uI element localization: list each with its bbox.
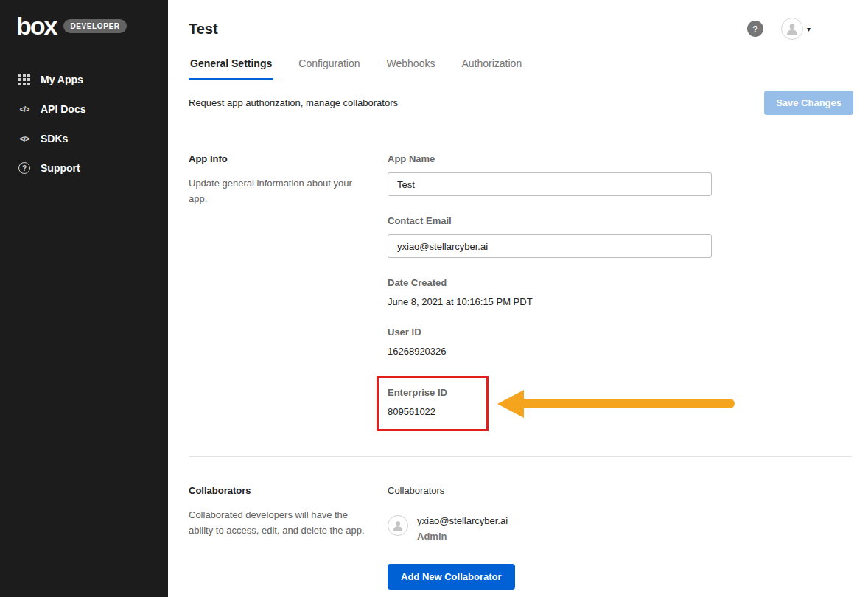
logo-row: box DEVELOPER <box>0 0 168 46</box>
sidebar-item-label: My Apps <box>41 74 83 85</box>
page-subtitle: Request app authorization, manage collab… <box>189 97 398 108</box>
enterprise-id-field-group: Enterprise ID 809561022 <box>377 376 489 431</box>
page-header: Test ? ▾ <box>168 0 868 52</box>
sidebar-item-label: Support <box>41 162 80 174</box>
collaborators-list-heading: Collaborators <box>388 485 712 496</box>
tab-general-settings[interactable]: General Settings <box>189 52 273 80</box>
save-changes-button[interactable]: Save Changes <box>764 91 853 115</box>
app-name-input[interactable] <box>388 172 712 196</box>
enterprise-id-value: 809561022 <box>388 406 476 417</box>
tab-authorization[interactable]: Authorization <box>460 52 523 80</box>
help-icon[interactable]: ? <box>747 21 763 37</box>
sidebar-item-api-docs[interactable]: </> API Docs <box>0 94 168 124</box>
date-created-label: Date Created <box>388 277 712 288</box>
user-menu[interactable]: ▾ <box>781 18 811 40</box>
sidebar-item-sdks[interactable]: </> SDKs <box>0 124 168 153</box>
collaborators-heading: Collaborators <box>189 485 367 496</box>
contact-email-input[interactable] <box>388 234 712 258</box>
app-info-section: App Info Update general information abou… <box>168 125 868 446</box>
contact-email-label: Contact Email <box>388 215 712 226</box>
collaborator-details: yxiao@stellarcyber.ai Admin <box>417 515 508 542</box>
enterprise-id-label: Enterprise ID <box>388 387 476 398</box>
app-info-heading: App Info <box>189 153 367 164</box>
page-title: Test <box>189 21 218 38</box>
sidebar-nav: My Apps </> API Docs </> SDKs ? Support <box>0 65 168 183</box>
grid-icon <box>18 73 31 86</box>
user-id-value: 16268920326 <box>388 346 712 357</box>
question-circle-icon: ? <box>18 161 31 175</box>
app-info-intro: App Info Update general information abou… <box>189 153 367 439</box>
collaborator-role: Admin <box>417 531 508 542</box>
arrow-head-icon <box>497 390 524 418</box>
annotation-arrow <box>497 390 735 418</box>
sidebar-item-support[interactable]: ? Support <box>0 153 168 183</box>
chevron-down-icon: ▾ <box>807 25 811 33</box>
sidebar-item-my-apps[interactable]: My Apps <box>0 65 168 94</box>
code-icon: </> <box>18 132 31 145</box>
app-info-description: Update general information about your ap… <box>189 176 367 207</box>
avatar <box>781 18 803 40</box>
collaborator-email: yxiao@stellarcyber.ai <box>417 515 508 526</box>
header-actions: ? ▾ <box>747 18 850 40</box>
collaborator-row: yxiao@stellarcyber.ai Admin <box>388 515 712 542</box>
app-info-form: App Name Contact Email Date Created June… <box>388 153 712 439</box>
arrow-shaft <box>524 399 735 408</box>
date-created-value: June 8, 2021 at 10:16:15 PM PDT <box>388 296 712 307</box>
action-row: Request app authorization, manage collab… <box>168 80 868 125</box>
app-name-label: App Name <box>388 153 712 164</box>
collaborators-description: Collaborated developers will have the ab… <box>189 508 367 539</box>
sidebar-item-label: SDKs <box>41 133 68 144</box>
user-id-label: User ID <box>388 327 712 338</box>
box-logo: box <box>16 13 56 38</box>
tab-webhooks[interactable]: Webhooks <box>385 52 437 80</box>
app-name-field-group: App Name <box>388 153 712 196</box>
collaborators-list: Collaborators yxiao@stellarcyber.ai Admi… <box>388 485 712 590</box>
tab-configuration[interactable]: Configuration <box>297 52 361 80</box>
collaborators-section: Collaborators Collaborated developers wi… <box>168 457 868 597</box>
date-created-field-group: Date Created June 8, 2021 at 10:16:15 PM… <box>388 277 712 307</box>
collaborator-avatar <box>388 515 408 536</box>
tab-bar: General Settings Configuration Webhooks … <box>168 52 868 80</box>
main-content: Test ? ▾ General Settings Configuration … <box>168 0 868 597</box>
add-new-collaborator-button[interactable]: Add New Collaborator <box>388 564 515 590</box>
code-icon: </> <box>18 102 31 116</box>
contact-email-field-group: Contact Email <box>388 215 712 258</box>
sidebar-item-label: API Docs <box>41 103 85 115</box>
developer-badge: DEVELOPER <box>63 19 126 33</box>
user-id-field-group: User ID 16268920326 <box>388 327 712 357</box>
collaborators-intro: Collaborators Collaborated developers wi… <box>189 485 367 590</box>
sidebar: box DEVELOPER My Apps </> API Docs </> S… <box>0 0 168 597</box>
